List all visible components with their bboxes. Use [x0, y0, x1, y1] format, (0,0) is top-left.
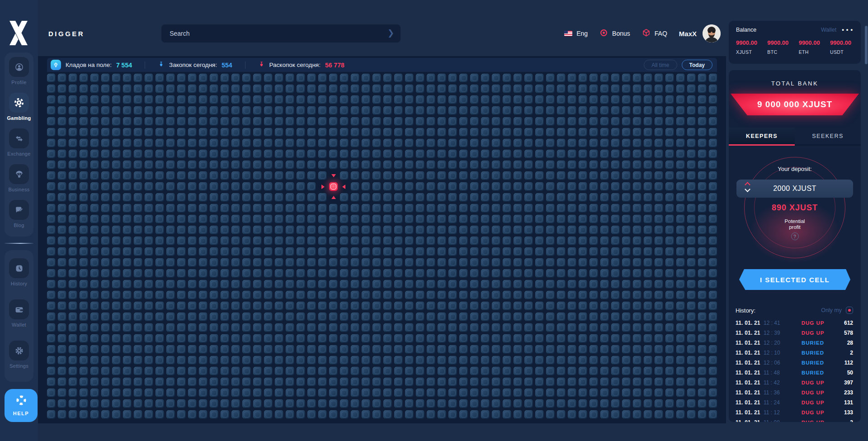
- grid-cell[interactable]: [264, 161, 273, 169]
- grid-cell[interactable]: [405, 139, 414, 147]
- grid-cell[interactable]: [438, 258, 446, 267]
- grid-cell[interactable]: [611, 334, 620, 343]
- grid-cell[interactable]: [188, 410, 197, 419]
- grid-cell[interactable]: [579, 150, 587, 158]
- grid-cell[interactable]: [568, 117, 576, 126]
- grid-cell[interactable]: [362, 226, 370, 234]
- grid-cell[interactable]: [665, 128, 674, 137]
- grid-cell[interactable]: [307, 258, 316, 267]
- grid-cell[interactable]: [600, 128, 609, 137]
- grid-cell[interactable]: [383, 74, 392, 82]
- grid-cell[interactable]: [503, 356, 511, 365]
- grid-cell[interactable]: [101, 291, 110, 299]
- grid-cell[interactable]: [590, 150, 598, 158]
- grid-cell[interactable]: [210, 323, 218, 332]
- grid-cell[interactable]: [514, 323, 522, 332]
- grid-cell[interactable]: [438, 171, 446, 180]
- grid-cell[interactable]: [655, 139, 663, 147]
- grid-cell[interactable]: [698, 280, 707, 289]
- grid-cell[interactable]: [470, 378, 479, 386]
- grid-cell[interactable]: [253, 258, 262, 267]
- grid-cell[interactable]: [492, 334, 500, 343]
- grid-cell[interactable]: [383, 280, 392, 289]
- grid-cell[interactable]: [579, 356, 587, 365]
- grid-cell[interactable]: [253, 106, 262, 115]
- grid-cell[interactable]: [546, 247, 555, 256]
- grid-cell[interactable]: [655, 291, 663, 299]
- grid-cell[interactable]: [80, 139, 88, 147]
- grid-cell[interactable]: [80, 269, 88, 278]
- grid-cell[interactable]: [557, 117, 566, 126]
- grid-cell[interactable]: [709, 280, 717, 289]
- grid-cell[interactable]: [600, 367, 609, 375]
- grid-cell[interactable]: [568, 280, 576, 289]
- grid-cell[interactable]: [676, 302, 685, 310]
- grid-cell[interactable]: [318, 171, 327, 180]
- grid-cell[interactable]: [221, 269, 229, 278]
- grid-cell[interactable]: [687, 399, 696, 408]
- grid-cell[interactable]: [514, 269, 522, 278]
- grid-cell[interactable]: [557, 389, 566, 397]
- grid-cell[interactable]: [492, 345, 500, 354]
- grid-cell[interactable]: [362, 399, 370, 408]
- grid-cell[interactable]: [156, 258, 164, 267]
- grid-cell[interactable]: [177, 410, 186, 419]
- grid-cell[interactable]: [448, 226, 457, 234]
- grid-cell[interactable]: [307, 117, 316, 126]
- grid-cell[interactable]: [112, 410, 121, 419]
- grid-cell[interactable]: [134, 215, 142, 223]
- grid-cell[interactable]: [568, 323, 576, 332]
- grid-cell[interactable]: [470, 85, 479, 93]
- grid-cell[interactable]: [611, 356, 620, 365]
- grid-cell[interactable]: [286, 237, 294, 245]
- grid-cell[interactable]: [611, 139, 620, 147]
- grid-cell[interactable]: [307, 345, 316, 354]
- grid-cell[interactable]: [481, 313, 490, 321]
- grid-cell[interactable]: [134, 171, 142, 180]
- grid-cell[interactable]: [687, 367, 696, 375]
- grid-cell[interactable]: [145, 117, 153, 126]
- grid-cell[interactable]: [47, 215, 56, 223]
- grid-cell[interactable]: [492, 410, 500, 419]
- grid-cell[interactable]: [318, 410, 327, 419]
- grid-cell[interactable]: [340, 237, 349, 245]
- grid-cell[interactable]: [416, 85, 425, 93]
- grid-cell[interactable]: [438, 182, 446, 191]
- grid-cell[interactable]: [329, 247, 338, 256]
- grid-cell[interactable]: [69, 95, 77, 104]
- grid-cell[interactable]: [340, 367, 349, 375]
- grid-cell[interactable]: [275, 313, 283, 321]
- grid-cell[interactable]: [145, 399, 153, 408]
- grid-cell[interactable]: [514, 367, 522, 375]
- grid-cell[interactable]: [579, 269, 587, 278]
- grid-cell[interactable]: [329, 378, 338, 386]
- grid-cell[interactable]: [242, 139, 251, 147]
- grid-cell[interactable]: [644, 237, 652, 245]
- grid-cell[interactable]: [275, 258, 283, 267]
- grid-cell[interactable]: [644, 378, 652, 386]
- grid-cell[interactable]: [286, 258, 294, 267]
- grid-cell[interactable]: [188, 161, 197, 169]
- grid-cell[interactable]: [470, 204, 479, 213]
- grid-cell[interactable]: [231, 269, 240, 278]
- grid-cell[interactable]: [622, 280, 631, 289]
- grid-cell[interactable]: [199, 367, 208, 375]
- grid-cell[interactable]: [275, 204, 283, 213]
- grid-cell[interactable]: [134, 182, 142, 191]
- grid-cell[interactable]: [101, 313, 110, 321]
- grid-cell[interactable]: [470, 95, 479, 104]
- grid-cell[interactable]: [633, 302, 642, 310]
- grid-cell[interactable]: [492, 182, 500, 191]
- grid-cell[interactable]: [221, 399, 229, 408]
- grid-cell[interactable]: [709, 95, 717, 104]
- grid-cell[interactable]: [231, 237, 240, 245]
- grid-cell[interactable]: [459, 171, 468, 180]
- grid-cell[interactable]: [264, 150, 273, 158]
- grid-cell[interactable]: [600, 302, 609, 310]
- grid-cell[interactable]: [307, 161, 316, 169]
- grid-cell[interactable]: [362, 128, 370, 137]
- grid-cell[interactable]: [394, 95, 403, 104]
- grid-cell[interactable]: [199, 280, 208, 289]
- grid-cell[interactable]: [676, 410, 685, 419]
- grid-cell[interactable]: [329, 95, 338, 104]
